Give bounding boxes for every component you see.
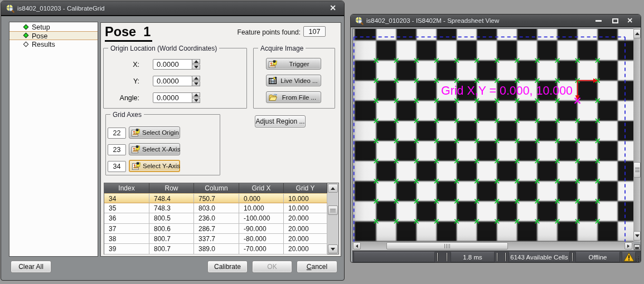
svg-text:Grid X,Y = 0.000, 10.000: Grid X,Y = 0.000, 10.000 [441,84,573,97]
